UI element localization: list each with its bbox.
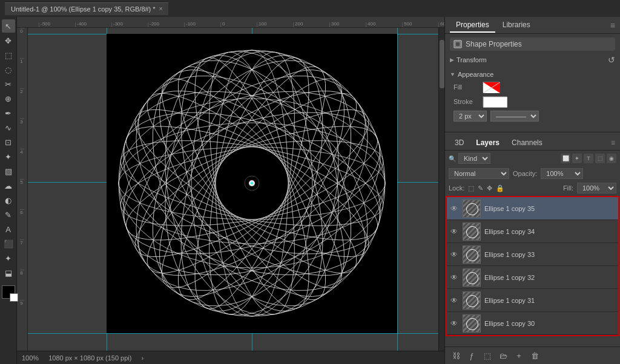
lock-pixels-icon[interactable]: ✎ bbox=[478, 184, 483, 192]
stroke-style-select[interactable]: ————— - - - - - · · · · · bbox=[490, 111, 539, 122]
rect-select-tool[interactable]: ⬚ bbox=[2, 48, 15, 62]
layer-item[interactable]: 👁 Ellipse 1 copy 33 bbox=[447, 243, 618, 266]
delete-layer-icon[interactable]: 🗑 bbox=[529, 349, 541, 362]
filter-adjust-icon[interactable]: ✦ bbox=[572, 154, 582, 163]
layer-visibility-icon[interactable]: 👁 bbox=[450, 296, 459, 305]
tab-libraries[interactable]: Libraries bbox=[496, 18, 536, 33]
scrollbar-thumb[interactable] bbox=[440, 40, 444, 88]
zoom-level: 100% bbox=[22, 354, 39, 362]
layer-visibility-icon[interactable]: 👁 bbox=[450, 250, 459, 259]
gradient-tool[interactable]: ▨ bbox=[2, 164, 15, 178]
fill-percent-select[interactable]: 100% 75% 50% bbox=[577, 183, 616, 193]
fill-color-swatch[interactable] bbox=[483, 82, 500, 93]
layer-thumbnail bbox=[463, 268, 481, 287]
tab-properties[interactable]: Properties bbox=[450, 18, 495, 33]
move-tool[interactable]: ↖ bbox=[2, 19, 15, 33]
stroke-controls: 2 px 1 px 3 px ————— - - - - - · · · · · bbox=[450, 109, 615, 123]
canvas-document[interactable] bbox=[107, 34, 397, 333]
tab-channels[interactable]: Channels bbox=[507, 137, 547, 149]
canvas-scrollbar-vertical[interactable] bbox=[438, 28, 444, 351]
layer-kind-select[interactable]: Kind bbox=[458, 153, 490, 164]
crop-tool[interactable]: ✂ bbox=[2, 77, 15, 91]
clone-tool[interactable]: ⊡ bbox=[2, 135, 15, 149]
layer-visibility-icon[interactable]: 👁 bbox=[450, 273, 459, 282]
lock-label: Lock: bbox=[449, 184, 464, 192]
appearance-collapse-icon: ▼ bbox=[450, 71, 455, 77]
link-layers-icon[interactable]: ⛓ bbox=[450, 349, 462, 362]
background-color[interactable] bbox=[10, 293, 18, 302]
transform-header[interactable]: ▶ Transform ↺ bbox=[450, 53, 615, 67]
layer-item[interactable]: 👁 Ellipse 1 copy 35 bbox=[447, 197, 618, 220]
new-layer-icon[interactable]: + bbox=[513, 349, 525, 362]
canvas-viewport[interactable] bbox=[28, 28, 438, 351]
ruler-mark: 500 bbox=[402, 22, 438, 27]
blend-mode-select[interactable]: Normal Multiply Screen bbox=[449, 168, 509, 179]
fill-swatch-icon bbox=[483, 82, 500, 93]
eraser-tool[interactable]: ✦ bbox=[2, 150, 15, 163]
hand-tool[interactable]: ✦ bbox=[2, 252, 15, 265]
ruler-v-mark: 5 bbox=[20, 179, 24, 209]
filter-smart-icon[interactable]: ◉ bbox=[607, 154, 616, 163]
shape-properties-button[interactable]: Shape Properties bbox=[450, 37, 615, 51]
close-tab-button[interactable]: × bbox=[159, 5, 163, 12]
healing-tool[interactable]: ✒ bbox=[2, 106, 15, 120]
shape-tool[interactable]: ⬛ bbox=[2, 237, 15, 250]
shape-properties-label: Shape Properties bbox=[466, 40, 522, 48]
add-mask-icon[interactable]: ⬚ bbox=[481, 349, 493, 362]
layers-options-icon[interactable]: ≡ bbox=[611, 138, 615, 147]
selection-tool[interactable]: ✥ bbox=[2, 34, 15, 47]
thumb-ellipse bbox=[466, 249, 478, 261]
layer-item[interactable]: 👁 Ellipse 1 copy 30 bbox=[447, 312, 618, 335]
zoom-tool[interactable]: ⬓ bbox=[2, 266, 15, 279]
layer-filter-icons: ⬜ ✦ T ⬚ ◉ bbox=[561, 154, 616, 163]
foreground-color[interactable] bbox=[2, 285, 15, 299]
layer-thumbnail bbox=[463, 245, 481, 264]
filter-shape-icon[interactable]: ⬚ bbox=[595, 154, 605, 163]
stroke-color-swatch[interactable] bbox=[483, 96, 507, 107]
ruler-mark: 300 bbox=[329, 22, 366, 27]
tab-layers[interactable]: Layers bbox=[471, 137, 504, 149]
transform-reset-icon[interactable]: ↺ bbox=[608, 55, 615, 65]
layer-thumbnail bbox=[463, 291, 481, 310]
appearance-header[interactable]: ▼ Appearance bbox=[450, 69, 615, 80]
text-tool[interactable]: A bbox=[2, 223, 15, 236]
dodge-tool[interactable]: ◐ bbox=[2, 193, 15, 207]
layer-item[interactable]: 👁 Ellipse 1 copy 32 bbox=[447, 266, 618, 289]
lock-position-icon[interactable]: ✥ bbox=[487, 184, 492, 192]
ruler-h-marks: -500 -400 -300 -200 -100 0 100 200 300 4… bbox=[39, 17, 444, 27]
layer-item[interactable]: 👁 Ellipse 1 copy 34 bbox=[447, 220, 618, 243]
add-style-icon[interactable]: ƒ bbox=[466, 349, 478, 362]
new-group-icon[interactable]: 🗁 bbox=[497, 349, 509, 362]
layer-name: Ellipse 1 copy 33 bbox=[484, 251, 615, 258]
panel-options-icon[interactable]: ≡ bbox=[610, 21, 615, 30]
ruler-mark: 100 bbox=[257, 22, 293, 27]
layer-visibility-icon[interactable]: 👁 bbox=[450, 204, 459, 213]
lasso-tool[interactable]: ◌ bbox=[2, 63, 15, 76]
lock-transparent-icon[interactable]: ⬚ bbox=[468, 184, 474, 192]
layer-visibility-icon[interactable]: 👁 bbox=[450, 227, 459, 236]
svg-rect-42 bbox=[455, 42, 460, 47]
document-tab[interactable]: Untitled-1 @ 100% (Ellipse 1 copy 35, RG… bbox=[5, 2, 168, 15]
eyedropper-tool[interactable]: ⊕ bbox=[2, 92, 15, 105]
transform-expand-icon: ▶ bbox=[450, 57, 454, 63]
guide-line-v-right bbox=[397, 28, 398, 351]
blend-mode-row: Normal Multiply Screen Opacity: 100% 75%… bbox=[445, 166, 620, 181]
status-arrow: › bbox=[141, 354, 143, 362]
stroke-size-select[interactable]: 2 px 1 px 3 px bbox=[453, 111, 487, 122]
ruler-mark: 200 bbox=[293, 22, 329, 27]
filter-pixel-icon[interactable]: ⬜ bbox=[561, 154, 570, 163]
lock-all-icon[interactable]: 🔒 bbox=[496, 184, 504, 192]
opacity-select[interactable]: 100% 75% 50% bbox=[541, 168, 583, 179]
layer-name: Ellipse 1 copy 32 bbox=[484, 274, 615, 281]
document-size: 1080 px × 1080 px (150 ppi) bbox=[48, 354, 131, 362]
filter-text-icon[interactable]: T bbox=[584, 154, 593, 163]
layer-visibility-icon[interactable]: 👁 bbox=[450, 319, 459, 328]
layer-item[interactable]: 👁 Ellipse 1 copy 31 bbox=[447, 289, 618, 312]
ruler-mark: 0 bbox=[220, 22, 257, 27]
blur-tool[interactable]: ☁ bbox=[2, 179, 15, 192]
brush-tool[interactable]: ∿ bbox=[2, 121, 15, 134]
pen-tool[interactable]: ✎ bbox=[2, 208, 15, 221]
tab-3d[interactable]: 3D bbox=[450, 137, 469, 149]
ruler-mark: 600 bbox=[438, 22, 444, 27]
ruler-v-mark: 2 bbox=[20, 88, 24, 119]
